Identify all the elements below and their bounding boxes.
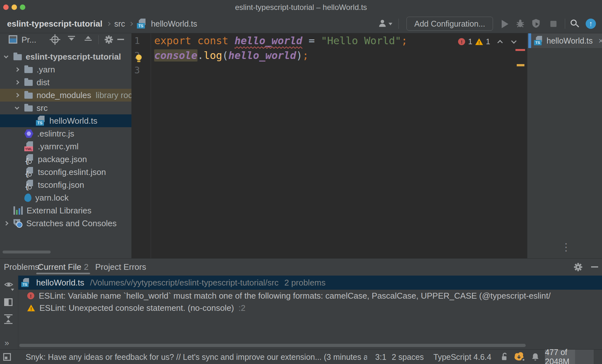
line-number: 3 xyxy=(131,63,151,78)
chevron-down-icon[interactable] xyxy=(4,54,8,58)
hide-panel-icon[interactable] xyxy=(117,39,124,40)
memory-indicator[interactable]: 477 of 2048M xyxy=(545,350,594,364)
problems-horizontal-scrollbar[interactable] xyxy=(19,344,526,347)
chevron-right-icon[interactable] xyxy=(4,221,8,226)
tree-item-node-modules[interactable]: node_modules library root xyxy=(0,89,131,102)
toolbar-separator xyxy=(398,19,399,29)
more-options-kebab-icon[interactable]: ⋮ xyxy=(561,241,572,253)
previous-problem-icon[interactable] xyxy=(497,40,503,46)
more-actions-icon[interactable]: » xyxy=(4,338,9,348)
line-number: 1 xyxy=(131,33,151,48)
project-panel-title[interactable]: Pr... xyxy=(21,35,36,45)
tree-item-src[interactable]: src xyxy=(0,102,131,114)
code-line-3[interactable] xyxy=(151,63,527,78)
warning-count: 1 xyxy=(486,37,490,46)
typescript-version[interactable]: TypeScript 4.6.4 xyxy=(433,352,491,362)
typescript-file-icon: TS xyxy=(534,36,543,46)
folder-icon xyxy=(24,80,33,86)
json-file-icon: { xyxy=(24,180,34,190)
stop-icon[interactable] xyxy=(550,21,556,27)
tool-windows-toggle-icon[interactable] xyxy=(3,353,11,361)
hide-problems-icon[interactable] xyxy=(591,266,598,268)
yml-file-icon: YML xyxy=(24,141,34,152)
editor-tab-strip: TS helloWorld.ts × ⋮ xyxy=(527,33,602,258)
intention-lightbulb-icon[interactable] xyxy=(136,54,142,60)
tree-item-scratches[interactable]: Scratches and Consoles xyxy=(0,217,131,230)
tree-item-tsconfig-eslint-json[interactable]: { tsconfig.eslint.json xyxy=(0,166,131,178)
zoom-window-button[interactable] xyxy=(20,4,25,10)
tree-item-tsconfig-json[interactable]: { tsconfig.json xyxy=(0,178,131,191)
view-options-eye-icon[interactable] xyxy=(4,281,13,289)
minimize-window-button[interactable] xyxy=(12,4,17,10)
indent-setting[interactable]: 2 spaces xyxy=(392,352,424,362)
library-root-label: library root xyxy=(96,90,131,100)
unlocked-padlock-icon[interactable] xyxy=(501,352,508,361)
project-tool-icon[interactable] xyxy=(9,35,17,44)
hello-world-variable: hello_world xyxy=(234,35,302,47)
tab-project-errors[interactable]: Project Errors xyxy=(95,262,146,272)
debug-icon[interactable] xyxy=(515,19,525,28)
breadcrumb-separator-icon xyxy=(129,22,133,26)
tree-item-helloworld-ts[interactable]: TS helloWorld.ts xyxy=(0,114,131,127)
close-window-button[interactable] xyxy=(3,4,9,10)
breadcrumb-project[interactable]: eslint-typescript-tutorial xyxy=(7,19,103,29)
chevron-down-icon[interactable] xyxy=(15,105,19,110)
editor-tab-helloworld[interactable]: TS helloWorld.ts × xyxy=(531,33,602,48)
update-available-icon[interactable]: ↑ xyxy=(586,19,596,29)
project-panel-header: Pr... xyxy=(0,33,131,46)
problems-body: » TS helloWorld.ts /Volumes/v/yytypescri… xyxy=(0,275,602,350)
window-title: eslint-typescript-tutorial – helloWorld.… xyxy=(235,3,367,12)
status-message[interactable]: Snyk: Have any ideas or feedback for us?… xyxy=(26,352,367,362)
project-tree: eslint-typescript-tutorial .yarn dist no… xyxy=(0,50,131,230)
chevron-right-icon[interactable] xyxy=(15,93,19,97)
project-horizontal-scrollbar[interactable] xyxy=(3,251,51,253)
error-stripe-mark[interactable] xyxy=(515,49,525,51)
warning-stripe-mark[interactable] xyxy=(517,64,524,66)
inspection-widget[interactable]: ! 1 ! 1 xyxy=(458,37,516,46)
project-settings-gear-icon[interactable] xyxy=(105,35,113,45)
sync-cloud-icon[interactable] xyxy=(513,352,527,363)
caret-position[interactable]: 3:1 xyxy=(372,352,390,362)
warning-icon: ! xyxy=(27,305,35,311)
warning-icon: ! xyxy=(475,38,483,45)
code-editor[interactable]: 1 2 3 export const hello_world = "Hello … xyxy=(131,33,527,258)
next-problem-icon[interactable] xyxy=(511,38,517,44)
problem-text: ESLint: Variable name `hello_world` must… xyxy=(39,291,551,301)
problems-settings-gear-icon[interactable] xyxy=(574,263,582,273)
user-dropdown-caret-icon[interactable] xyxy=(389,23,392,25)
tree-item-yarn-dir[interactable]: .yarn xyxy=(0,63,131,76)
folder-icon xyxy=(24,105,33,112)
run-with-coverage-icon[interactable] xyxy=(531,19,540,28)
tree-item-eslintrc[interactable]: .eslintrc.js xyxy=(0,127,131,140)
tab-current-file[interactable]: Current File2 xyxy=(36,262,90,272)
tree-item-root[interactable]: eslint-typescript-tutorial xyxy=(0,50,131,63)
collapse-all-icon[interactable] xyxy=(85,36,92,41)
eye-dropdown-caret-icon[interactable] xyxy=(11,289,14,291)
tree-item-dist[interactable]: dist xyxy=(0,76,131,89)
add-configuration-button[interactable]: Add Configuration... xyxy=(406,17,493,31)
breadcrumb-file[interactable]: helloWorld.ts xyxy=(151,19,197,29)
tree-item-external-libraries[interactable]: External Libraries xyxy=(0,204,131,217)
close-tab-icon[interactable]: × xyxy=(598,36,602,46)
editor-gutter: 1 2 3 xyxy=(131,33,151,258)
tree-item-yarn-lock[interactable]: yarn.lock xyxy=(0,191,131,204)
problems-file-row[interactable]: TS helloWorld.ts /Volumes/v/yytypescript… xyxy=(18,276,602,290)
tree-item-package-json[interactable]: { package.json xyxy=(0,153,131,166)
run-icon[interactable] xyxy=(502,20,508,28)
expand-all-icon[interactable] xyxy=(68,36,75,41)
breadcrumb-dir[interactable]: src xyxy=(114,19,125,29)
chevron-right-icon[interactable] xyxy=(15,80,19,85)
code-line-2[interactable]: console.log(hello_world); xyxy=(151,48,527,63)
notifications-bell-icon[interactable] xyxy=(531,353,539,361)
search-everywhere-icon[interactable] xyxy=(571,20,577,26)
user-account-icon[interactable] xyxy=(378,19,387,28)
tree-item-yarnrc[interactable]: YML .yarnrc.yml xyxy=(0,140,131,153)
chevron-right-icon[interactable] xyxy=(15,67,19,72)
folder-icon xyxy=(24,93,33,99)
open-in-preview-icon[interactable] xyxy=(4,298,13,306)
problem-row-warning[interactable]: ! ESLint: Unexpected console statement. … xyxy=(18,302,602,314)
problems-tool-window: Problems: Current File2 Project Errors »… xyxy=(0,258,602,349)
select-opened-file-icon[interactable] xyxy=(51,36,59,43)
collapse-all-icon[interactable] xyxy=(4,314,13,324)
problem-row-error[interactable]: ! ESLint: Variable name `hello_world` mu… xyxy=(18,290,602,302)
